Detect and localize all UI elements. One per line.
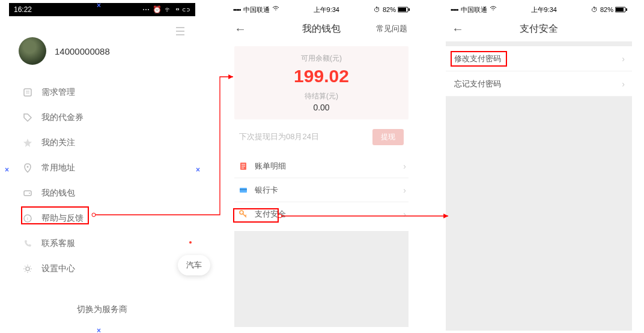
faq-link[interactable]: 常见问题 — [376, 23, 407, 34]
available-value: 199.02 — [234, 66, 409, 86]
crop-mark: × — [196, 166, 200, 174]
bill-icon — [238, 161, 249, 172]
alarm-icon: ⏱ — [374, 6, 380, 13]
status-time: 16:22 — [14, 5, 32, 14]
available-label: 可用余额(元) — [234, 53, 409, 64]
nav-bar: ← 我的钱包 常见问题 — [228, 16, 415, 41]
menu-item-follow[interactable]: 我的关注 — [9, 130, 195, 155]
menu-item-address[interactable]: 常用地址 — [9, 155, 195, 181]
crop-mark: × — [97, 326, 101, 333]
back-icon[interactable]: ← — [234, 22, 246, 36]
cell-label: 支付安全 — [255, 209, 286, 220]
cell-label: 银行卡 — [255, 185, 278, 196]
signal-icon: ••••• — [451, 7, 458, 13]
withdraw-row: 下次提现日为08月24日 提现 — [234, 124, 409, 149]
menu-label: 设置中心 — [41, 263, 75, 274]
crop-mark: × — [97, 1, 101, 10]
cell-change-password[interactable]: 修改支付密码 › — [446, 46, 632, 71]
avatar — [19, 37, 46, 65]
key-icon — [238, 209, 249, 220]
phone3-security: ••••• 中国联通 上午9:34 ⏱ 82% ← 支付安全 修改支付密码 › … — [446, 3, 632, 330]
chevron-right-icon: › — [403, 161, 406, 171]
notification-dot — [189, 241, 192, 244]
alarm-icon: ⏱ — [591, 6, 598, 13]
empty-area — [446, 97, 632, 331]
menu-item-wallet[interactable]: 我的钱包 — [9, 181, 195, 206]
wallet-icon — [22, 188, 33, 199]
cell-label: 忘记支付密码 — [454, 79, 501, 89]
cell-forgot-password[interactable]: 忘记支付密码 › — [446, 71, 632, 97]
signal-icon: ••••• — [233, 7, 241, 13]
svg-point-5 — [29, 193, 30, 194]
crop-mark: × — [5, 166, 9, 174]
status-time: 上午9:34 — [279, 5, 374, 14]
phone-icon — [22, 238, 33, 249]
svg-rect-22 — [616, 8, 624, 11]
wifi-icon — [490, 5, 497, 14]
chevron-right-icon: › — [622, 79, 625, 89]
svg-line-20 — [245, 215, 246, 216]
withdraw-note: 下次提现日为08月24日 — [239, 131, 319, 142]
nav-title: 支付安全 — [520, 23, 558, 35]
nav-title: 我的钱包 — [302, 23, 341, 35]
cell-pay-security[interactable]: 支付安全 › — [234, 202, 409, 226]
menu-label: 我的钱包 — [41, 188, 75, 199]
pending-label: 待结算(元) — [234, 91, 409, 101]
svg-rect-4 — [24, 191, 31, 196]
svg-rect-17 — [240, 189, 247, 190]
pin-icon — [22, 163, 33, 173]
menu-label: 我的代金券 — [41, 112, 84, 123]
menu-label: 常用地址 — [41, 163, 75, 173]
menu-label: 联系客服 — [41, 238, 75, 249]
username: 14000000088 — [55, 46, 110, 56]
cell-label: 修改支付密码 — [454, 53, 501, 64]
chevron-right-icon: › — [403, 185, 406, 195]
withdraw-button[interactable]: 提现 — [372, 129, 404, 145]
wifi-icon — [272, 5, 279, 14]
carrier: 中国联通 — [461, 5, 487, 14]
svg-text:i: i — [27, 216, 28, 221]
hamburger-icon[interactable] — [176, 27, 184, 35]
svg-rect-0 — [24, 89, 31, 96]
pending-value: 0.00 — [234, 103, 409, 112]
menu-item-settings[interactable]: 设置中心 — [9, 256, 195, 281]
menu-item-demand[interactable]: 需求管理 — [9, 80, 195, 105]
info-icon: i — [22, 213, 33, 224]
status-bar: 16:22 ⋯ ⏰ ᯤ ▭ ⊂⊃ — [9, 3, 195, 16]
battery: ⏱ 82% — [591, 6, 627, 13]
star-icon — [22, 137, 33, 148]
phone1-sidebar: 16:22 ⋯ ⏰ ᯤ ▭ ⊂⊃ 14000000088 需求管理 我的代金券 … — [9, 3, 195, 330]
menu-label: 我的关注 — [41, 137, 75, 148]
floating-pill[interactable]: 汽车 — [178, 255, 210, 275]
chevron-right-icon: › — [622, 54, 625, 64]
chevron-right-icon: › — [403, 209, 406, 219]
cell-bill-detail[interactable]: 账单明细 › — [234, 154, 409, 178]
nav-bar: ← 支付安全 — [446, 16, 632, 41]
svg-rect-23 — [626, 8, 627, 11]
menu-item-contact[interactable]: 联系客服 — [9, 231, 195, 256]
svg-rect-11 — [409, 8, 410, 11]
balance-card: 可用余额(元) 199.02 待结算(元) 0.00 — [234, 46, 409, 119]
status-bar: ••••• 中国联通 上午9:34 ⏱ 82% — [228, 3, 415, 16]
cell-bank-card[interactable]: 银行卡 › — [234, 178, 409, 202]
profile-row[interactable]: 14000000088 — [9, 16, 195, 80]
card-icon — [238, 185, 249, 196]
battery: ⏱ 82% — [374, 6, 410, 13]
status-bar: ••••• 中国联通 上午9:34 ⏱ 82% — [446, 3, 632, 16]
back-icon[interactable]: ← — [452, 22, 464, 36]
list-icon — [22, 87, 33, 98]
svg-point-8 — [26, 267, 29, 271]
menu-label: 需求管理 — [41, 87, 75, 98]
phone2-wallet: ••••• 中国联通 上午9:34 ⏱ 82% ← 我的钱包 常见问题 可用余额… — [228, 3, 415, 330]
status-time: 上午9:34 — [497, 5, 591, 14]
gear-icon — [22, 263, 33, 274]
carrier: 中国联通 — [243, 5, 270, 14]
svg-rect-10 — [398, 8, 406, 11]
svg-point-3 — [27, 166, 29, 168]
switch-provider[interactable]: 切换为服务商 — [9, 304, 195, 315]
status-icons: ⋯ ⏰ ᯤ ▭ ⊂⊃ — [142, 5, 190, 14]
menu-item-voucher[interactable]: 我的代金券 — [9, 105, 195, 130]
menu-label: 帮助与反馈 — [41, 213, 84, 224]
menu-item-help[interactable]: i 帮助与反馈 — [9, 206, 195, 231]
empty-area — [234, 231, 409, 327]
